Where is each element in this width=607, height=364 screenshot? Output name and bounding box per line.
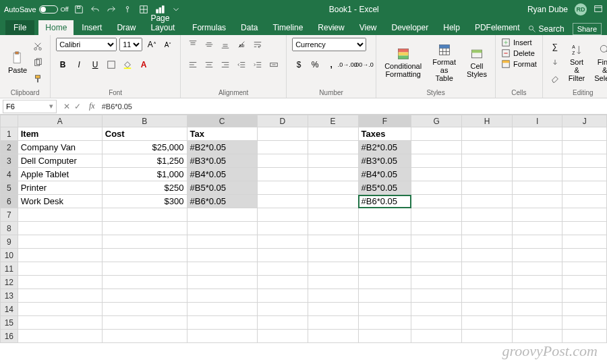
ribbon-display-icon[interactable]: [594, 4, 603, 16]
sort-filter-button[interactable]: AZ Sort & Filter: [566, 42, 587, 84]
decrease-indent-button[interactable]: [235, 58, 248, 71]
tab-view[interactable]: View: [353, 20, 384, 35]
cell-B13[interactable]: [102, 289, 187, 303]
cell-J15[interactable]: [562, 316, 607, 330]
cell-A7[interactable]: [18, 208, 102, 222]
row-header-8[interactable]: 8: [1, 222, 18, 235]
cell-E2[interactable]: [308, 141, 358, 154]
cell-J16[interactable]: [562, 330, 607, 343]
cell-D7[interactable]: [257, 208, 308, 222]
cell-A15[interactable]: [18, 316, 102, 330]
cell-G7[interactable]: [411, 208, 462, 222]
cell-H1[interactable]: [462, 127, 513, 141]
font-color-button[interactable]: A: [137, 58, 150, 71]
cell-J2[interactable]: [562, 141, 607, 154]
tab-help[interactable]: Help: [436, 20, 467, 35]
format-as-table-button[interactable]: Format as Table: [430, 42, 459, 84]
cell-D5[interactable]: [257, 181, 308, 195]
borders-button[interactable]: [105, 58, 118, 71]
tab-home[interactable]: Home: [38, 20, 74, 35]
cell-I2[interactable]: [512, 141, 562, 154]
cell-H16[interactable]: [462, 330, 513, 343]
cell-B1[interactable]: Cost: [102, 127, 187, 141]
cell-C3[interactable]: #B3*0.05: [187, 154, 257, 168]
cell-F6[interactable]: #B6*0.05: [358, 195, 411, 208]
cell-C9[interactable]: [187, 235, 257, 249]
cell-G4[interactable]: [411, 168, 462, 181]
cell-E13[interactable]: [308, 289, 358, 303]
cell-F2[interactable]: #B2*0.05: [358, 141, 411, 154]
paste-button[interactable]: Paste: [5, 50, 30, 75]
cell-E11[interactable]: [308, 262, 358, 276]
share-button[interactable]: Share: [573, 23, 602, 35]
row-header-5[interactable]: 5: [1, 181, 18, 195]
cell-E16[interactable]: [308, 330, 358, 343]
tab-review[interactable]: Review: [311, 20, 351, 35]
row-header-13[interactable]: 13: [1, 289, 18, 303]
cell-I5[interactable]: [512, 181, 562, 195]
cell-D12[interactable]: [257, 276, 308, 289]
cell-F9[interactable]: [358, 235, 411, 249]
align-left-button[interactable]: [186, 58, 200, 71]
italic-button[interactable]: I: [72, 58, 86, 71]
cell-E1[interactable]: [308, 127, 358, 141]
cell-D15[interactable]: [257, 316, 308, 330]
cell-J4[interactable]: [562, 168, 607, 181]
cell-A4[interactable]: Apple Tablet: [18, 168, 102, 181]
row-header-12[interactable]: 12: [1, 276, 18, 289]
align-bottom-button[interactable]: [219, 38, 232, 51]
cell-D9[interactable]: [257, 235, 308, 249]
cell-D11[interactable]: [257, 262, 308, 276]
cell-C11[interactable]: [187, 262, 257, 276]
cell-B7[interactable]: [102, 208, 187, 222]
cell-J1[interactable]: [562, 127, 607, 141]
cell-A3[interactable]: Dell Computer: [18, 154, 102, 168]
cell-B2[interactable]: $25,000: [102, 141, 187, 154]
cell-C13[interactable]: [187, 289, 257, 303]
cell-I7[interactable]: [512, 208, 562, 222]
cell-B16[interactable]: [102, 330, 187, 343]
cell-J14[interactable]: [562, 303, 607, 316]
cell-A5[interactable]: Printer: [18, 181, 102, 195]
cell-H9[interactable]: [462, 235, 513, 249]
cell-G14[interactable]: [411, 303, 462, 316]
cell-A8[interactable]: [18, 222, 102, 235]
toggle-off-icon[interactable]: [39, 5, 58, 13]
cell-E10[interactable]: [308, 249, 358, 262]
cell-I1[interactable]: [512, 127, 562, 141]
comma-button[interactable]: ,: [324, 58, 338, 71]
font-size-select[interactable]: 11: [119, 38, 142, 51]
cell-C10[interactable]: [187, 249, 257, 262]
cell-C14[interactable]: [187, 303, 257, 316]
cell-G16[interactable]: [411, 330, 462, 343]
conditional-formatting-button[interactable]: Conditional Formatting: [382, 46, 424, 80]
tab-file[interactable]: File: [5, 20, 34, 35]
cell-H15[interactable]: [462, 316, 513, 330]
worksheet-grid[interactable]: ABCDEFGHIJ1ItemCostTaxTaxes2Company Van$…: [0, 115, 607, 364]
cell-C7[interactable]: [187, 208, 257, 222]
fill-color-button[interactable]: [121, 58, 134, 71]
cell-D10[interactable]: [257, 249, 308, 262]
cell-C4[interactable]: #B4*0.05: [187, 168, 257, 181]
formula-input[interactable]: #B6*0.05: [99, 102, 607, 111]
merge-button[interactable]: [267, 58, 281, 71]
cell-F13[interactable]: [358, 289, 411, 303]
cell-I6[interactable]: [512, 195, 562, 208]
cell-F8[interactable]: [358, 222, 411, 235]
cell-I13[interactable]: [512, 289, 562, 303]
cell-J5[interactable]: [562, 181, 607, 195]
cell-I12[interactable]: [512, 276, 562, 289]
cell-G5[interactable]: [411, 181, 462, 195]
cell-E9[interactable]: [308, 235, 358, 249]
cell-C2[interactable]: #B2*0.05: [187, 141, 257, 154]
cell-B12[interactable]: [102, 276, 187, 289]
cell-J9[interactable]: [562, 235, 607, 249]
cell-B8[interactable]: [102, 222, 187, 235]
cell-J7[interactable]: [562, 208, 607, 222]
cell-A14[interactable]: [18, 303, 102, 316]
name-box[interactable]: F6 ▾: [3, 100, 57, 113]
cell-G9[interactable]: [411, 235, 462, 249]
cell-C5[interactable]: #B5*0.05: [187, 181, 257, 195]
cell-C6[interactable]: #B6*0.05: [187, 195, 257, 208]
cell-B15[interactable]: [102, 316, 187, 330]
